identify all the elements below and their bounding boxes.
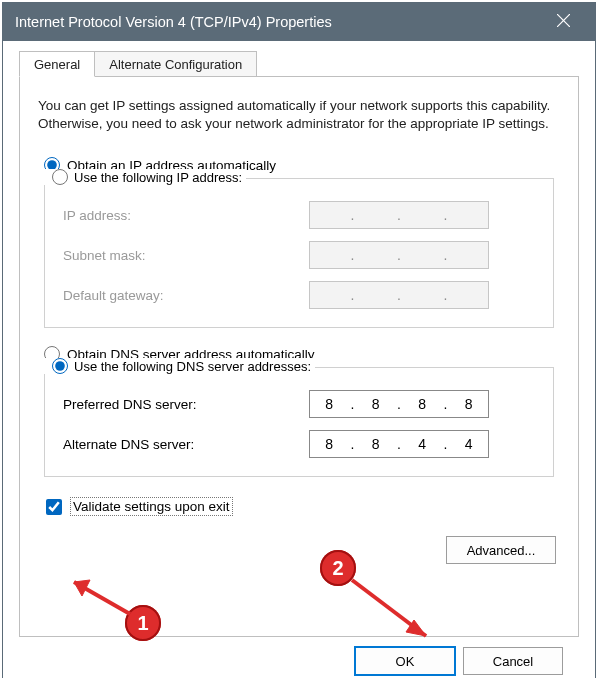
cancel-button[interactable]: Cancel <box>463 647 563 675</box>
radio-dns-manual-label[interactable]: Use the following DNS server addresses: <box>74 359 311 374</box>
subnet-mask-field: . . . <box>309 241 489 269</box>
intro-text: You can get IP settings assigned automat… <box>38 97 560 133</box>
titlebar: Internet Protocol Version 4 (TCP/IPv4) P… <box>3 3 595 41</box>
validate-checkbox[interactable] <box>46 499 62 515</box>
subnet-mask-row: Subnet mask: . . . <box>59 241 539 269</box>
validate-label[interactable]: Validate settings upon exit <box>70 497 233 516</box>
close-icon <box>557 14 570 30</box>
close-button[interactable] <box>543 3 583 41</box>
tab-panel-general: You can get IP settings assigned automat… <box>19 77 579 637</box>
pref-dns-row: Preferred DNS server: 8. 8. 8. 8 <box>59 390 539 418</box>
tabset: General Alternate Configuration <box>19 51 579 77</box>
pref-dns-field[interactable]: 8. 8. 8. 8 <box>309 390 489 418</box>
default-gateway-field: . . . <box>309 281 489 309</box>
subnet-mask-label: Subnet mask: <box>59 248 309 263</box>
default-gateway-label: Default gateway: <box>59 288 309 303</box>
dialog-footer: OK Cancel <box>19 637 579 682</box>
alt-dns-row: Alternate DNS server: 8. 8. 4. 4 <box>59 430 539 458</box>
ip-address-label: IP address: <box>59 208 309 223</box>
tab-general[interactable]: General <box>19 51 95 77</box>
ip-address-row: IP address: . . . <box>59 201 539 229</box>
radio-ip-manual-label[interactable]: Use the following IP address: <box>74 170 242 185</box>
tab-alternate[interactable]: Alternate Configuration <box>94 51 257 76</box>
radio-ip-manual[interactable] <box>52 169 68 185</box>
ok-button[interactable]: OK <box>355 647 455 675</box>
ip-address-field: . . . <box>309 201 489 229</box>
pref-dns-label: Preferred DNS server: <box>59 397 309 412</box>
alt-dns-label: Alternate DNS server: <box>59 437 309 452</box>
default-gateway-row: Default gateway: . . . <box>59 281 539 309</box>
advanced-button[interactable]: Advanced... <box>446 536 556 564</box>
alt-dns-field[interactable]: 8. 8. 4. 4 <box>309 430 489 458</box>
dialog-body: General Alternate Configuration You can … <box>3 41 595 682</box>
ip-manual-legend: Use the following IP address: <box>44 169 246 185</box>
window-title: Internet Protocol Version 4 (TCP/IPv4) P… <box>15 14 543 30</box>
dns-manual-group: Use the following DNS server addresses: … <box>44 367 554 477</box>
ip-manual-group: Use the following IP address: IP address… <box>44 178 554 328</box>
properties-dialog: Internet Protocol Version 4 (TCP/IPv4) P… <box>2 2 596 678</box>
radio-dns-manual[interactable] <box>52 358 68 374</box>
validate-row: Validate settings upon exit <box>46 497 552 516</box>
dns-manual-legend: Use the following DNS server addresses: <box>44 358 315 374</box>
